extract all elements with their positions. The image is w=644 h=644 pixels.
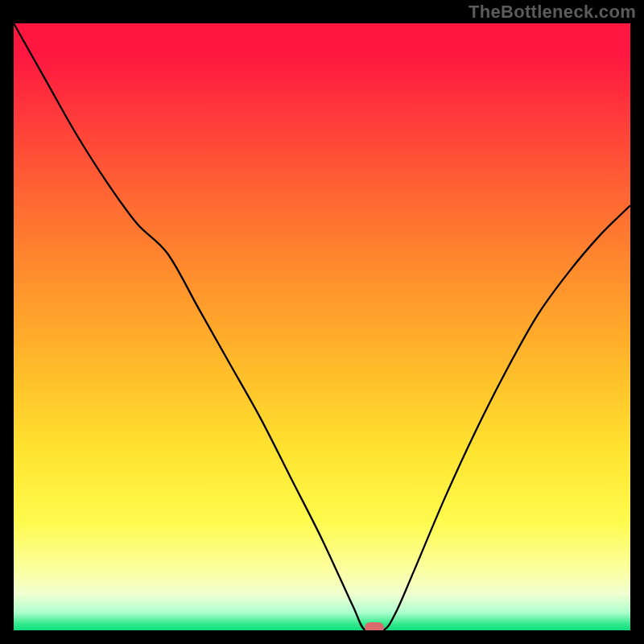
watermark-text: TheBottleneck.com: [469, 2, 636, 23]
chart-frame: TheBottleneck.com: [0, 0, 644, 644]
minimum-marker: [365, 622, 384, 630]
bottleneck-curve: [14, 23, 630, 630]
plot-area: [14, 23, 630, 630]
